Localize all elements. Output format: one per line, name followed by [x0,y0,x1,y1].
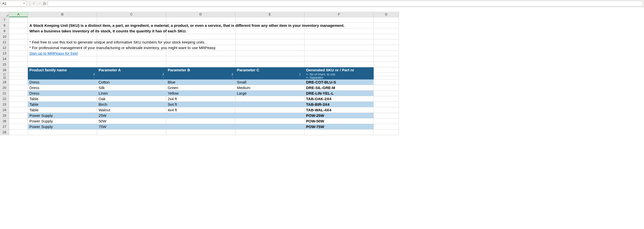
cell[interactable] [305,34,374,39]
cell[interactable] [9,91,28,96]
cell[interactable]: When a business takes inventory of its s… [28,28,97,34]
name-box[interactable]: A1 ▼ [1,1,26,6]
cell[interactable] [374,113,399,118]
cell[interactable] [374,96,399,102]
col-header[interactable]: C [97,12,166,17]
cell[interactable] [166,62,235,67]
cell[interactable] [374,62,399,67]
row-header[interactable]: 28 [0,130,9,135]
cell[interactable] [305,56,374,62]
cell[interactable] [9,85,28,91]
cell[interactable] [374,56,399,62]
cell[interactable] [235,28,305,34]
cell-paramC[interactable]: Small [235,79,305,85]
cell[interactable] [9,51,28,56]
cell[interactable] [9,130,28,135]
cell-paramB[interactable] [166,124,235,130]
cell[interactable] [235,34,305,39]
cell[interactable] [305,130,374,135]
cell-sku[interactable]: POW-50W [305,118,374,124]
row-header[interactable]: 8 [0,23,9,28]
cell-paramC[interactable] [235,102,305,107]
row-header[interactable]: 19 [0,79,9,85]
cell[interactable] [374,17,399,23]
cell[interactable]: A Stock Keeping Unit (SKU) is a distinct… [28,23,97,28]
signup-link[interactable]: Sign up to MRPeasy for free! [29,51,78,55]
cell-family[interactable]: Table [28,96,97,102]
row-header[interactable]: 27 [0,124,9,130]
cell-family[interactable]: Power Supply [28,113,97,118]
cell[interactable] [9,28,28,34]
cell[interactable] [235,130,305,135]
row-header[interactable]: 7 [0,17,9,23]
cell-paramB[interactable]: 3x4 ft [166,102,235,107]
cell-paramB[interactable]: 4x4 ft [166,107,235,113]
cell[interactable]: * For professional management of your ma… [28,45,97,51]
cell[interactable] [28,17,97,23]
cell[interactable] [374,67,399,73]
col-header[interactable]: E [235,12,305,17]
sub-sep[interactable]: - [97,76,166,79]
cell[interactable] [28,62,97,67]
cell-paramC[interactable] [235,107,305,113]
cell-sku[interactable]: POW-75W [305,124,374,130]
cell[interactable] [9,45,28,51]
cell[interactable] [166,130,235,135]
cell-sku[interactable]: DRE-SIL-GRE-M [305,85,374,91]
cell-sku[interactable]: TAB-BIR-3X4 [305,102,374,107]
row-header[interactable]: 22 [0,96,9,102]
cell[interactable] [235,62,305,67]
cell[interactable] [235,51,305,56]
cell[interactable] [374,39,399,45]
cell[interactable] [9,118,28,124]
cell[interactable] [235,56,305,62]
row-header[interactable]: 10 [0,34,9,39]
chevron-down-icon[interactable]: ▼ [23,2,25,5]
cell-paramB[interactable] [166,118,235,124]
col-header[interactable]: A [9,12,28,17]
cell[interactable] [97,130,166,135]
cell-paramB[interactable]: Blue [166,79,235,85]
cell-paramA[interactable]: Birch [97,102,166,107]
cell[interactable] [97,51,166,56]
th-paramA[interactable]: Parameter A [97,67,166,73]
cell-paramA[interactable]: Oak [97,96,166,102]
cell[interactable] [374,85,399,91]
row-header[interactable]: 20 [0,85,9,91]
cell[interactable] [374,107,399,113]
row-header[interactable]: 9 [0,28,9,34]
cell-paramB[interactable]: Green [166,85,235,91]
cell[interactable] [166,56,235,62]
cell-paramA[interactable]: Cotton [97,79,166,85]
cell-paramA[interactable]: 25W [97,113,166,118]
cell[interactable] [374,51,399,56]
cell-paramC[interactable] [235,113,305,118]
cell-paramA[interactable]: 75W [97,124,166,130]
row-header[interactable]: 24 [0,107,9,113]
cell[interactable] [305,62,374,67]
col-header[interactable]: G [374,12,399,17]
cell-paramC[interactable] [235,96,305,102]
cell-paramA[interactable]: Linen [97,91,166,96]
th-paramC[interactable]: Parameter C [235,67,305,73]
cell[interactable] [305,17,374,23]
formula-input[interactable] [48,1,643,6]
cell[interactable] [97,62,166,67]
sub-chars[interactable]: 3 [166,73,235,76]
col-header[interactable]: F [305,12,374,17]
cell[interactable] [166,34,235,39]
cell[interactable] [305,51,374,56]
cell-sku[interactable]: POW-25W [305,113,374,118]
select-all-corner[interactable] [0,12,9,17]
cell-sku[interactable]: TAB-WAL-4X4 [305,107,374,113]
cell[interactable] [28,34,97,39]
col-header[interactable]: D [166,12,235,17]
cell[interactable] [9,56,28,62]
cell-paramB[interactable]: Yellow [166,91,235,96]
cell[interactable] [97,56,166,62]
cell[interactable] [9,102,28,107]
sub-sep[interactable] [235,76,305,79]
row-header[interactable]: 12 [0,45,9,51]
cell[interactable] [305,28,374,34]
row-header[interactable]: 13 [0,51,9,56]
